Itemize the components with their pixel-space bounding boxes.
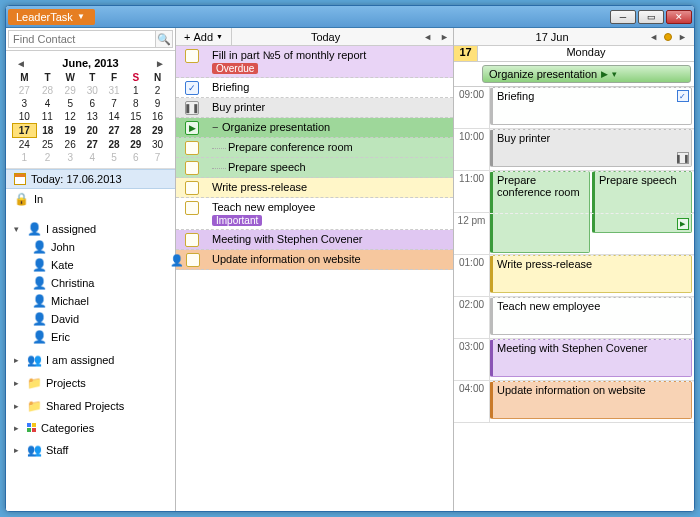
calendar-day[interactable]: 8 — [125, 97, 147, 110]
calendar-day[interactable]: 27 — [13, 84, 37, 97]
task-row[interactable]: Meeting with Stephen Covener — [176, 230, 453, 250]
calendar-day[interactable]: 24 — [13, 138, 37, 152]
tree-staff[interactable]: ▸ 👥 Staff — [10, 441, 171, 459]
task-checkbox[interactable] — [185, 233, 199, 247]
calendar-day[interactable]: 28 — [103, 138, 125, 152]
calendar-day[interactable]: 26 — [59, 138, 81, 152]
next-month-button[interactable]: ► — [155, 58, 165, 69]
hour-row[interactable]: 03:00 — [454, 339, 694, 381]
today-link[interactable]: Today: 17.06.2013 — [6, 169, 175, 189]
calendar-day[interactable]: 16 — [147, 110, 169, 124]
task-row[interactable]: ▶−Organize presentation — [176, 118, 453, 138]
hour-row[interactable]: 01:00 — [454, 255, 694, 297]
task-checkbox[interactable]: ▶ — [185, 121, 199, 135]
calendar-day[interactable]: 3 — [59, 151, 81, 164]
expand-icon[interactable]: ▸ — [14, 423, 23, 433]
calendar-day[interactable]: 4 — [36, 97, 59, 110]
calendar-day[interactable]: 30 — [147, 138, 169, 152]
hour-row[interactable]: 10:00 — [454, 129, 694, 171]
cal-next-button[interactable]: ► — [675, 32, 690, 42]
contact-item[interactable]: 👤Michael — [10, 292, 171, 310]
task-row[interactable]: ✓Briefing — [176, 78, 453, 98]
task-row[interactable]: ❚❚Buy printer — [176, 98, 453, 118]
calendar-day[interactable]: 27 — [103, 124, 125, 138]
prev-month-button[interactable]: ◄ — [16, 58, 26, 69]
task-row[interactable]: Write press-release — [176, 178, 453, 198]
prev-day-button[interactable]: ◄ — [419, 32, 436, 42]
tree-shared-projects[interactable]: ▸ 📁 Shared Projects — [10, 397, 171, 415]
event-check-icon[interactable]: ✓ — [677, 90, 689, 102]
task-checkbox[interactable] — [185, 181, 199, 195]
calendar-day[interactable]: 20 — [81, 124, 103, 138]
calendar-day[interactable]: 28 — [36, 84, 59, 97]
all-day-event[interactable]: Organize presentation ▶ ▾ — [482, 65, 691, 83]
hour-row[interactable]: 04:00 — [454, 381, 694, 423]
calendar-day[interactable]: 17 — [13, 124, 37, 138]
calendar-day[interactable]: 27 — [81, 138, 103, 152]
calendar-day[interactable]: 19 — [59, 124, 81, 138]
task-checkbox[interactable] — [185, 201, 199, 215]
calendar-day[interactable]: 7 — [103, 97, 125, 110]
calendar-day[interactable]: 1 — [125, 84, 147, 97]
calendar-day[interactable]: 13 — [81, 110, 103, 124]
task-checkbox[interactable] — [186, 253, 200, 267]
tree-i-am-assigned[interactable]: ▸ 👥 I am assigned — [10, 351, 171, 369]
calendar-day[interactable]: 2 — [147, 84, 169, 97]
close-button[interactable]: ✕ — [666, 10, 692, 24]
expand-icon[interactable]: ▸ — [14, 445, 23, 455]
expand-icon[interactable]: ▸ — [14, 401, 23, 411]
contact-item[interactable]: 👤John — [10, 238, 171, 256]
cal-prev-button[interactable]: ◄ — [646, 32, 661, 42]
calendar-day[interactable]: 31 — [103, 84, 125, 97]
hour-row[interactable]: 09:00Briefing✓Buy printer❚❚Prepare confe… — [454, 87, 694, 129]
task-checkbox[interactable] — [185, 49, 199, 63]
calendar-day[interactable]: 14 — [103, 110, 125, 124]
next-day-button[interactable]: ► — [436, 32, 453, 42]
calendar-day[interactable]: 28 — [125, 124, 147, 138]
calendar-day[interactable]: 29 — [59, 84, 81, 97]
hour-row[interactable]: 02:00 — [454, 297, 694, 339]
tree-i-assigned[interactable]: ▾ 👤 I assigned — [10, 220, 171, 238]
calendar-day[interactable]: 4 — [81, 151, 103, 164]
calendar-day[interactable]: 29 — [147, 124, 169, 138]
contact-item[interactable]: 👤Kate — [10, 256, 171, 274]
calendar-day[interactable]: 12 — [59, 110, 81, 124]
calendar-day[interactable]: 18 — [36, 124, 59, 138]
task-checkbox[interactable] — [185, 161, 199, 175]
cal-today-dot[interactable] — [664, 33, 672, 41]
expand-icon[interactable]: ▸ — [14, 355, 23, 365]
collapse-icon[interactable]: ▾ — [14, 224, 23, 234]
calendar-event[interactable]: Briefing✓ — [490, 87, 692, 125]
calendar-day[interactable]: 5 — [103, 151, 125, 164]
calendar-day[interactable]: 6 — [125, 151, 147, 164]
minimize-button[interactable]: ─ — [610, 10, 636, 24]
calendar-day[interactable]: 7 — [147, 151, 169, 164]
calendar-day[interactable]: 5 — [59, 97, 81, 110]
hour-row[interactable]: 12 pm — [454, 213, 694, 255]
calendar-day[interactable]: 3 — [13, 97, 37, 110]
expand-icon[interactable]: ▸ — [14, 378, 23, 388]
search-icon[interactable]: 🔍 — [156, 30, 173, 48]
calendar-day[interactable]: 29 — [125, 138, 147, 152]
contact-item[interactable]: 👤Christina — [10, 274, 171, 292]
task-row[interactable]: Fill in part №5 of monthly reportOverdue — [176, 46, 453, 78]
maximize-button[interactable]: ▭ — [638, 10, 664, 24]
time-grid[interactable]: 09:00Briefing✓Buy printer❚❚Prepare confe… — [454, 87, 694, 511]
calendar-day[interactable]: 25 — [36, 138, 59, 152]
calendar-day[interactable]: 6 — [81, 97, 103, 110]
search-input[interactable] — [8, 30, 156, 48]
calendar-day[interactable]: 9 — [147, 97, 169, 110]
calendar-day[interactable]: 1 — [13, 151, 37, 164]
task-row[interactable]: Prepare conference room — [176, 138, 453, 158]
task-checkbox[interactable]: ✓ — [185, 81, 199, 95]
task-row[interactable]: Prepare speech — [176, 158, 453, 178]
task-row[interactable]: Teach new employeeImportant — [176, 198, 453, 230]
calendar-day[interactable]: 15 — [125, 110, 147, 124]
calendar-day[interactable]: 11 — [36, 110, 59, 124]
add-button[interactable]: + Add ▼ — [176, 28, 232, 45]
calendar-day[interactable]: 2 — [36, 151, 59, 164]
task-row[interactable]: 👤Update information on website — [176, 250, 453, 270]
tree-categories[interactable]: ▸ Categories — [10, 420, 171, 436]
tree-projects[interactable]: ▸ 📁 Projects — [10, 374, 171, 392]
task-checkbox[interactable]: ❚❚ — [185, 101, 199, 115]
